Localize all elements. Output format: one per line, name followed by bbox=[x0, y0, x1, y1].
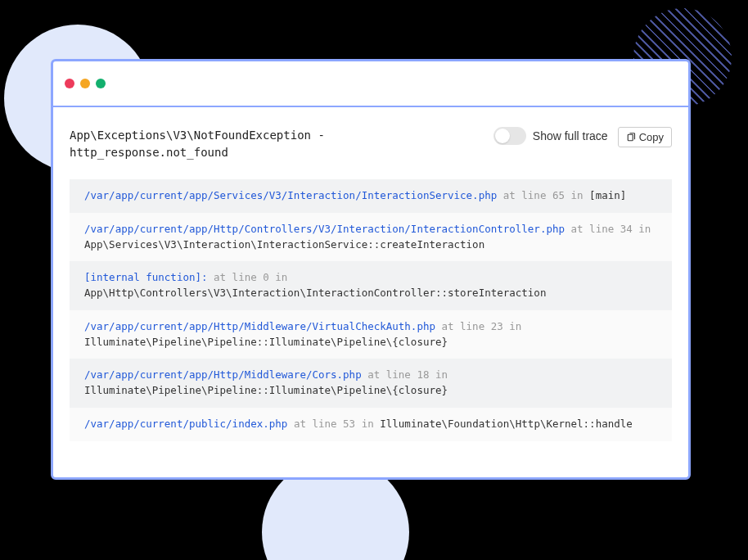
trace-file: /var/app/current/app/Services/V3/Interac… bbox=[84, 189, 497, 201]
trace-location: at line 23 in bbox=[435, 320, 521, 332]
trace-file: [internal function]: bbox=[84, 271, 208, 283]
title-bar bbox=[53, 61, 688, 107]
maximize-icon[interactable] bbox=[96, 79, 106, 88]
trace-location: at line 18 in bbox=[362, 368, 448, 381]
copy-icon bbox=[626, 133, 636, 142]
trace-context: App\Services\V3\Interaction\InteractionS… bbox=[84, 238, 484, 251]
toggle-knob bbox=[495, 129, 510, 143]
svg-rect-0 bbox=[628, 134, 633, 141]
exception-message: http_response.not_found bbox=[70, 146, 228, 159]
trace-context: Illuminate\Foundation\Http\Kernel::handl… bbox=[380, 418, 633, 430]
close-icon[interactable] bbox=[65, 79, 74, 88]
trace-row[interactable]: /var/app/current/app/Services/V3/Interac… bbox=[70, 179, 672, 213]
copy-button-label: Copy bbox=[639, 131, 664, 143]
trace-context: Illuminate\Pipeline\Pipeline::Illuminate… bbox=[84, 384, 448, 396]
window-content: App\Exceptions\V3\NotFoundException - ht… bbox=[53, 107, 688, 458]
exception-title: App\Exceptions\V3\NotFoundException - ht… bbox=[70, 127, 484, 161]
trace-window: App\Exceptions\V3\NotFoundException - ht… bbox=[51, 59, 691, 480]
trace-file: /var/app/current/public/index.php bbox=[84, 418, 287, 430]
trace-location: at line 34 in bbox=[565, 223, 651, 235]
trace-location: at line 0 in bbox=[208, 271, 288, 283]
trace-file: /var/app/current/app/Http/Middleware/Vir… bbox=[84, 320, 435, 332]
header-row: App\Exceptions\V3\NotFoundException - ht… bbox=[70, 127, 672, 161]
trace-row[interactable]: [internal function]: at line 0 in App\Ht… bbox=[70, 261, 672, 310]
trace-row[interactable]: /var/app/current/app/Http/Controllers/V3… bbox=[70, 213, 672, 262]
trace-location: at line 53 in bbox=[287, 418, 380, 430]
toggle-label: Show full trace bbox=[533, 129, 608, 142]
full-trace-toggle[interactable] bbox=[493, 127, 526, 145]
trace-row[interactable]: /var/app/current/app/Http/Middleware/Vir… bbox=[70, 310, 672, 359]
stack-trace-list: /var/app/current/app/Services/V3/Interac… bbox=[70, 179, 672, 441]
trace-context: [main] bbox=[589, 189, 626, 201]
trace-context: Illuminate\Pipeline\Pipeline::Illuminate… bbox=[84, 336, 448, 348]
trace-context: App\Http\Controllers\V3\Interaction\Inte… bbox=[84, 287, 546, 299]
trace-location: at line 65 in bbox=[497, 189, 589, 201]
trace-row[interactable]: /var/app/current/app/Http/Middleware/Cor… bbox=[70, 359, 672, 408]
minimize-icon[interactable] bbox=[80, 79, 90, 88]
trace-row[interactable]: /var/app/current/public/index.php at lin… bbox=[70, 408, 672, 441]
exception-class: App\Exceptions\V3\NotFoundException bbox=[70, 129, 311, 142]
copy-button[interactable]: Copy bbox=[618, 127, 672, 147]
toggle-container: Show full trace bbox=[493, 127, 608, 145]
trace-file: /var/app/current/app/Http/Middleware/Cor… bbox=[84, 368, 362, 381]
trace-file: /var/app/current/app/Http/Controllers/V3… bbox=[84, 223, 565, 235]
exception-separator: - bbox=[311, 129, 325, 142]
